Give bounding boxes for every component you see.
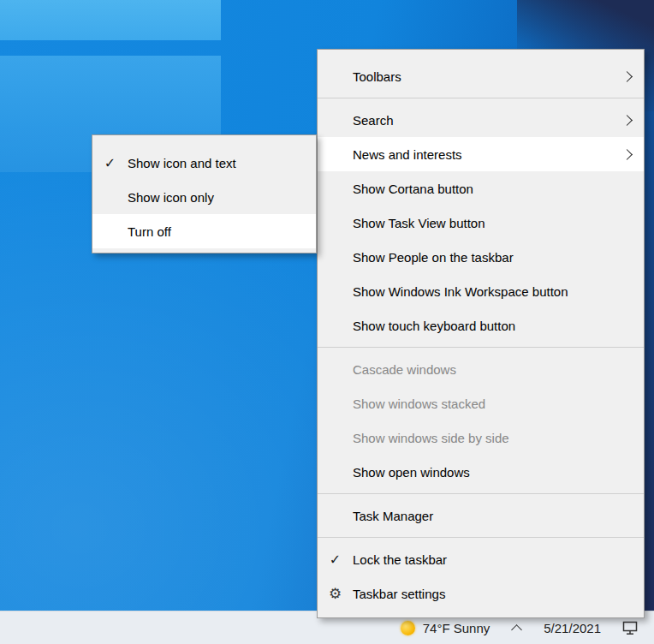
menu-item-label: Search bbox=[353, 113, 623, 128]
menu-separator bbox=[318, 347, 644, 348]
menu-item-label: Show Windows Ink Workspace button bbox=[353, 284, 644, 299]
screen: 74°F Sunny 5/21/2021 Toolbars Search bbox=[0, 0, 654, 644]
menu-item-taskbar-settings[interactable]: ⚙ Taskbar settings bbox=[318, 576, 644, 611]
chevron-up-icon bbox=[511, 624, 522, 635]
tray-display-icon bbox=[621, 620, 639, 636]
menu-item-show-task-view-button[interactable]: Show Task View button bbox=[318, 206, 644, 240]
sun-icon bbox=[401, 621, 415, 635]
menu-item-label: News and interests bbox=[353, 147, 623, 162]
chevron-right-icon bbox=[621, 71, 633, 82]
menu-item-label: Show windows stacked bbox=[353, 397, 644, 411]
submenu-item-show-icon-and-text[interactable]: ✓ Show icon and text bbox=[92, 146, 316, 180]
menu-item-label: Cascade windows bbox=[353, 362, 644, 377]
menu-item-label: Lock the taskbar bbox=[353, 552, 644, 567]
menu-item-label: Show icon and text bbox=[128, 156, 316, 170]
menu-item-label: Show People on the taskbar bbox=[353, 250, 644, 265]
menu-item-label: Show windows side by side bbox=[353, 431, 644, 445]
menu-separator bbox=[318, 493, 644, 494]
menu-separator bbox=[318, 98, 644, 98]
menu-item-label: Show open windows bbox=[353, 465, 644, 480]
checkmark-icon: ✓ bbox=[318, 552, 353, 568]
menu-item-lock-the-taskbar[interactable]: ✓ Lock the taskbar bbox=[318, 542, 644, 576]
menu-item-label: Show Task View button bbox=[353, 216, 644, 230]
menu-item-label: Toolbars bbox=[353, 69, 623, 84]
menu-item-toolbars[interactable]: Toolbars bbox=[318, 59, 644, 93]
menu-item-show-touch-keyboard-button[interactable]: Show touch keyboard button bbox=[318, 308, 644, 343]
menu-item-task-manager[interactable]: Task Manager bbox=[318, 498, 644, 533]
menu-item-show-cortana-button[interactable]: Show Cortana button bbox=[318, 171, 644, 206]
menu-item-label: Task Manager bbox=[353, 509, 644, 523]
gear-icon: ⚙ bbox=[318, 585, 353, 602]
menu-item-show-people-on-taskbar[interactable]: Show People on the taskbar bbox=[318, 240, 644, 274]
menu-item-show-windows-side-by-side: Show windows side by side bbox=[318, 420, 644, 455]
menu-item-label: Turn off bbox=[128, 224, 316, 239]
menu-item-show-windows-stacked: Show windows stacked bbox=[318, 386, 644, 420]
checkmark-icon: ✓ bbox=[92, 155, 128, 171]
menu-item-search[interactable]: Search bbox=[318, 103, 644, 137]
submenu-item-show-icon-only[interactable]: Show icon only bbox=[92, 180, 316, 214]
menu-item-news-and-interests[interactable]: News and interests bbox=[318, 137, 644, 171]
chevron-right-icon bbox=[621, 149, 633, 160]
menu-separator bbox=[318, 537, 644, 538]
weather-label: 74°F Sunny bbox=[423, 621, 490, 635]
menu-item-show-open-windows[interactable]: Show open windows bbox=[318, 455, 644, 489]
menu-item-cascade-windows: Cascade windows bbox=[318, 352, 644, 386]
menu-item-label: Taskbar settings bbox=[353, 587, 644, 601]
taskbar-context-menu: Toolbars Search News and interests Show … bbox=[317, 49, 645, 618]
menu-item-label: Show Cortana button bbox=[353, 182, 644, 196]
menu-item-label: Show icon only bbox=[128, 190, 316, 205]
news-and-interests-submenu: ✓ Show icon and text Show icon only Turn… bbox=[92, 134, 317, 253]
menu-item-show-windows-ink-workspace-button[interactable]: Show Windows Ink Workspace button bbox=[318, 274, 644, 308]
menu-item-label: Show touch keyboard button bbox=[353, 319, 644, 333]
submenu-item-turn-off[interactable]: Turn off bbox=[92, 214, 316, 248]
date-label: 5/21/2021 bbox=[544, 621, 601, 635]
chevron-right-icon bbox=[621, 115, 633, 126]
